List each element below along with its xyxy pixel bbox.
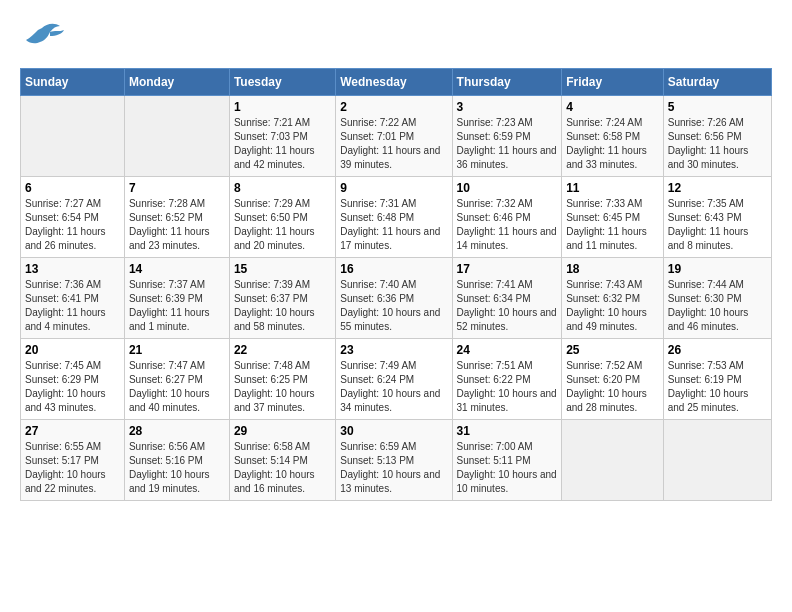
calendar-cell: 13Sunrise: 7:36 AM Sunset: 6:41 PM Dayli… xyxy=(21,258,125,339)
day-number: 24 xyxy=(457,343,558,357)
day-info: Sunrise: 7:51 AM Sunset: 6:22 PM Dayligh… xyxy=(457,359,558,415)
day-info: Sunrise: 7:28 AM Sunset: 6:52 PM Dayligh… xyxy=(129,197,225,253)
calendar-cell xyxy=(124,96,229,177)
day-number: 6 xyxy=(25,181,120,195)
logo xyxy=(20,20,68,58)
calendar-cell: 14Sunrise: 7:37 AM Sunset: 6:39 PM Dayli… xyxy=(124,258,229,339)
day-number: 14 xyxy=(129,262,225,276)
calendar-week-2: 6Sunrise: 7:27 AM Sunset: 6:54 PM Daylig… xyxy=(21,177,772,258)
day-number: 27 xyxy=(25,424,120,438)
weekday-header-wednesday: Wednesday xyxy=(336,69,452,96)
day-number: 30 xyxy=(340,424,447,438)
day-number: 16 xyxy=(340,262,447,276)
day-info: Sunrise: 7:33 AM Sunset: 6:45 PM Dayligh… xyxy=(566,197,659,253)
calendar-table: SundayMondayTuesdayWednesdayThursdayFrid… xyxy=(20,68,772,501)
day-info: Sunrise: 7:47 AM Sunset: 6:27 PM Dayligh… xyxy=(129,359,225,415)
day-info: Sunrise: 6:55 AM Sunset: 5:17 PM Dayligh… xyxy=(25,440,120,496)
day-info: Sunrise: 7:24 AM Sunset: 6:58 PM Dayligh… xyxy=(566,116,659,172)
calendar-cell: 21Sunrise: 7:47 AM Sunset: 6:27 PM Dayli… xyxy=(124,339,229,420)
calendar-cell: 9Sunrise: 7:31 AM Sunset: 6:48 PM Daylig… xyxy=(336,177,452,258)
calendar-cell: 3Sunrise: 7:23 AM Sunset: 6:59 PM Daylig… xyxy=(452,96,562,177)
calendar-cell: 22Sunrise: 7:48 AM Sunset: 6:25 PM Dayli… xyxy=(229,339,335,420)
day-number: 17 xyxy=(457,262,558,276)
calendar-cell: 15Sunrise: 7:39 AM Sunset: 6:37 PM Dayli… xyxy=(229,258,335,339)
calendar-cell: 6Sunrise: 7:27 AM Sunset: 6:54 PM Daylig… xyxy=(21,177,125,258)
calendar-week-1: 1Sunrise: 7:21 AM Sunset: 7:03 PM Daylig… xyxy=(21,96,772,177)
day-number: 28 xyxy=(129,424,225,438)
day-info: Sunrise: 7:23 AM Sunset: 6:59 PM Dayligh… xyxy=(457,116,558,172)
calendar-week-5: 27Sunrise: 6:55 AM Sunset: 5:17 PM Dayli… xyxy=(21,420,772,501)
calendar-cell: 5Sunrise: 7:26 AM Sunset: 6:56 PM Daylig… xyxy=(663,96,771,177)
calendar-cell: 23Sunrise: 7:49 AM Sunset: 6:24 PM Dayli… xyxy=(336,339,452,420)
day-info: Sunrise: 6:56 AM Sunset: 5:16 PM Dayligh… xyxy=(129,440,225,496)
calendar-cell: 12Sunrise: 7:35 AM Sunset: 6:43 PM Dayli… xyxy=(663,177,771,258)
day-info: Sunrise: 7:31 AM Sunset: 6:48 PM Dayligh… xyxy=(340,197,447,253)
day-number: 12 xyxy=(668,181,767,195)
calendar-cell: 1Sunrise: 7:21 AM Sunset: 7:03 PM Daylig… xyxy=(229,96,335,177)
day-info: Sunrise: 7:35 AM Sunset: 6:43 PM Dayligh… xyxy=(668,197,767,253)
day-number: 31 xyxy=(457,424,558,438)
calendar-header: SundayMondayTuesdayWednesdayThursdayFrid… xyxy=(21,69,772,96)
calendar-cell: 17Sunrise: 7:41 AM Sunset: 6:34 PM Dayli… xyxy=(452,258,562,339)
calendar-cell: 27Sunrise: 6:55 AM Sunset: 5:17 PM Dayli… xyxy=(21,420,125,501)
day-number: 20 xyxy=(25,343,120,357)
day-number: 25 xyxy=(566,343,659,357)
day-info: Sunrise: 7:40 AM Sunset: 6:36 PM Dayligh… xyxy=(340,278,447,334)
calendar-cell: 29Sunrise: 6:58 AM Sunset: 5:14 PM Dayli… xyxy=(229,420,335,501)
day-info: Sunrise: 6:58 AM Sunset: 5:14 PM Dayligh… xyxy=(234,440,331,496)
weekday-header-tuesday: Tuesday xyxy=(229,69,335,96)
day-info: Sunrise: 7:45 AM Sunset: 6:29 PM Dayligh… xyxy=(25,359,120,415)
day-info: Sunrise: 7:27 AM Sunset: 6:54 PM Dayligh… xyxy=(25,197,120,253)
day-info: Sunrise: 7:21 AM Sunset: 7:03 PM Dayligh… xyxy=(234,116,331,172)
day-info: Sunrise: 7:29 AM Sunset: 6:50 PM Dayligh… xyxy=(234,197,331,253)
day-number: 21 xyxy=(129,343,225,357)
day-info: Sunrise: 7:36 AM Sunset: 6:41 PM Dayligh… xyxy=(25,278,120,334)
weekday-header-row: SundayMondayTuesdayWednesdayThursdayFrid… xyxy=(21,69,772,96)
day-number: 22 xyxy=(234,343,331,357)
calendar-cell: 2Sunrise: 7:22 AM Sunset: 7:01 PM Daylig… xyxy=(336,96,452,177)
weekday-header-friday: Friday xyxy=(562,69,664,96)
weekday-header-saturday: Saturday xyxy=(663,69,771,96)
day-number: 3 xyxy=(457,100,558,114)
calendar-cell: 31Sunrise: 7:00 AM Sunset: 5:11 PM Dayli… xyxy=(452,420,562,501)
calendar-cell: 18Sunrise: 7:43 AM Sunset: 6:32 PM Dayli… xyxy=(562,258,664,339)
day-info: Sunrise: 7:32 AM Sunset: 6:46 PM Dayligh… xyxy=(457,197,558,253)
calendar-week-3: 13Sunrise: 7:36 AM Sunset: 6:41 PM Dayli… xyxy=(21,258,772,339)
day-info: Sunrise: 6:59 AM Sunset: 5:13 PM Dayligh… xyxy=(340,440,447,496)
day-number: 18 xyxy=(566,262,659,276)
calendar-cell: 28Sunrise: 6:56 AM Sunset: 5:16 PM Dayli… xyxy=(124,420,229,501)
calendar-cell: 30Sunrise: 6:59 AM Sunset: 5:13 PM Dayli… xyxy=(336,420,452,501)
weekday-header-monday: Monday xyxy=(124,69,229,96)
day-number: 23 xyxy=(340,343,447,357)
calendar-cell: 7Sunrise: 7:28 AM Sunset: 6:52 PM Daylig… xyxy=(124,177,229,258)
day-number: 15 xyxy=(234,262,331,276)
day-info: Sunrise: 7:26 AM Sunset: 6:56 PM Dayligh… xyxy=(668,116,767,172)
day-info: Sunrise: 7:52 AM Sunset: 6:20 PM Dayligh… xyxy=(566,359,659,415)
logo-icon xyxy=(20,20,64,54)
day-info: Sunrise: 7:39 AM Sunset: 6:37 PM Dayligh… xyxy=(234,278,331,334)
calendar-cell: 25Sunrise: 7:52 AM Sunset: 6:20 PM Dayli… xyxy=(562,339,664,420)
day-number: 26 xyxy=(668,343,767,357)
calendar-cell xyxy=(562,420,664,501)
day-number: 1 xyxy=(234,100,331,114)
page-header xyxy=(20,20,772,58)
calendar-cell: 10Sunrise: 7:32 AM Sunset: 6:46 PM Dayli… xyxy=(452,177,562,258)
day-number: 13 xyxy=(25,262,120,276)
day-number: 8 xyxy=(234,181,331,195)
weekday-header-sunday: Sunday xyxy=(21,69,125,96)
day-number: 11 xyxy=(566,181,659,195)
day-number: 29 xyxy=(234,424,331,438)
day-info: Sunrise: 7:53 AM Sunset: 6:19 PM Dayligh… xyxy=(668,359,767,415)
day-number: 5 xyxy=(668,100,767,114)
day-number: 9 xyxy=(340,181,447,195)
calendar-cell xyxy=(21,96,125,177)
day-info: Sunrise: 7:41 AM Sunset: 6:34 PM Dayligh… xyxy=(457,278,558,334)
day-info: Sunrise: 7:22 AM Sunset: 7:01 PM Dayligh… xyxy=(340,116,447,172)
calendar-cell xyxy=(663,420,771,501)
day-number: 4 xyxy=(566,100,659,114)
day-info: Sunrise: 7:43 AM Sunset: 6:32 PM Dayligh… xyxy=(566,278,659,334)
calendar-week-4: 20Sunrise: 7:45 AM Sunset: 6:29 PM Dayli… xyxy=(21,339,772,420)
calendar-cell: 16Sunrise: 7:40 AM Sunset: 6:36 PM Dayli… xyxy=(336,258,452,339)
day-number: 7 xyxy=(129,181,225,195)
calendar-cell: 20Sunrise: 7:45 AM Sunset: 6:29 PM Dayli… xyxy=(21,339,125,420)
